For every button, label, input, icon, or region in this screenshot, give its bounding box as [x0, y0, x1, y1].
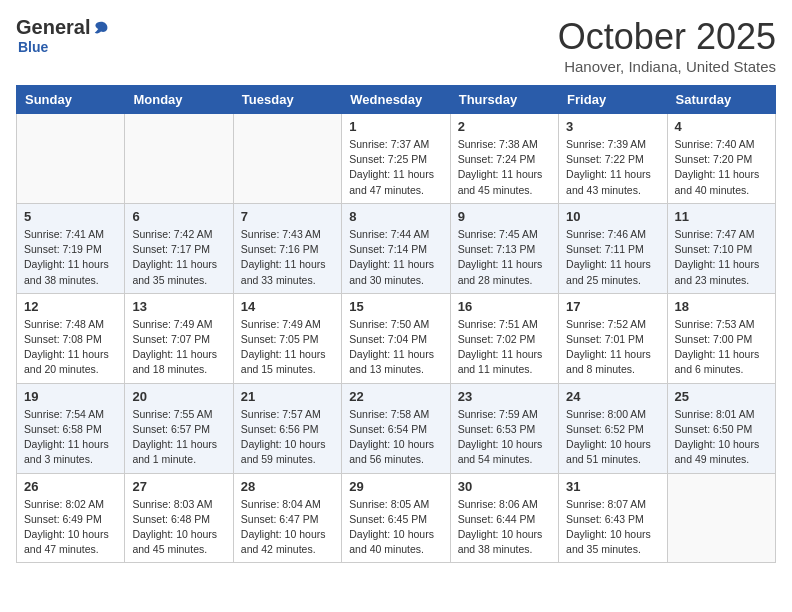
calendar-cell: 26Sunrise: 8:02 AM Sunset: 6:49 PM Dayli… — [17, 473, 125, 563]
day-number: 14 — [241, 299, 334, 314]
day-number: 1 — [349, 119, 442, 134]
day-info: Sunrise: 7:53 AM Sunset: 7:00 PM Dayligh… — [675, 317, 768, 378]
calendar-cell: 30Sunrise: 8:06 AM Sunset: 6:44 PM Dayli… — [450, 473, 558, 563]
calendar-cell: 22Sunrise: 7:58 AM Sunset: 6:54 PM Dayli… — [342, 383, 450, 473]
calendar-cell — [233, 114, 341, 204]
weekday-header-monday: Monday — [125, 86, 233, 114]
calendar-cell: 29Sunrise: 8:05 AM Sunset: 6:45 PM Dayli… — [342, 473, 450, 563]
calendar-cell: 10Sunrise: 7:46 AM Sunset: 7:11 PM Dayli… — [559, 203, 667, 293]
day-info: Sunrise: 7:51 AM Sunset: 7:02 PM Dayligh… — [458, 317, 551, 378]
calendar-cell: 15Sunrise: 7:50 AM Sunset: 7:04 PM Dayli… — [342, 293, 450, 383]
day-info: Sunrise: 7:40 AM Sunset: 7:20 PM Dayligh… — [675, 137, 768, 198]
day-number: 23 — [458, 389, 551, 404]
calendar-cell: 1Sunrise: 7:37 AM Sunset: 7:25 PM Daylig… — [342, 114, 450, 204]
calendar-cell: 6Sunrise: 7:42 AM Sunset: 7:17 PM Daylig… — [125, 203, 233, 293]
day-number: 10 — [566, 209, 659, 224]
calendar-cell: 20Sunrise: 7:55 AM Sunset: 6:57 PM Dayli… — [125, 383, 233, 473]
day-info: Sunrise: 8:00 AM Sunset: 6:52 PM Dayligh… — [566, 407, 659, 468]
day-number: 30 — [458, 479, 551, 494]
day-info: Sunrise: 7:52 AM Sunset: 7:01 PM Dayligh… — [566, 317, 659, 378]
day-info: Sunrise: 7:54 AM Sunset: 6:58 PM Dayligh… — [24, 407, 117, 468]
calendar-cell: 19Sunrise: 7:54 AM Sunset: 6:58 PM Dayli… — [17, 383, 125, 473]
calendar-cell: 25Sunrise: 8:01 AM Sunset: 6:50 PM Dayli… — [667, 383, 775, 473]
weekday-header-wednesday: Wednesday — [342, 86, 450, 114]
day-number: 6 — [132, 209, 225, 224]
day-number: 28 — [241, 479, 334, 494]
day-info: Sunrise: 8:04 AM Sunset: 6:47 PM Dayligh… — [241, 497, 334, 558]
day-info: Sunrise: 7:59 AM Sunset: 6:53 PM Dayligh… — [458, 407, 551, 468]
day-number: 2 — [458, 119, 551, 134]
day-number: 31 — [566, 479, 659, 494]
day-number: 26 — [24, 479, 117, 494]
calendar-cell: 21Sunrise: 7:57 AM Sunset: 6:56 PM Dayli… — [233, 383, 341, 473]
calendar-cell: 5Sunrise: 7:41 AM Sunset: 7:19 PM Daylig… — [17, 203, 125, 293]
weekday-header-thursday: Thursday — [450, 86, 558, 114]
day-number: 7 — [241, 209, 334, 224]
calendar-cell — [17, 114, 125, 204]
day-number: 4 — [675, 119, 768, 134]
day-info: Sunrise: 7:46 AM Sunset: 7:11 PM Dayligh… — [566, 227, 659, 288]
calendar-cell: 2Sunrise: 7:38 AM Sunset: 7:24 PM Daylig… — [450, 114, 558, 204]
calendar-cell: 11Sunrise: 7:47 AM Sunset: 7:10 PM Dayli… — [667, 203, 775, 293]
calendar-week-row: 26Sunrise: 8:02 AM Sunset: 6:49 PM Dayli… — [17, 473, 776, 563]
day-info: Sunrise: 7:42 AM Sunset: 7:17 PM Dayligh… — [132, 227, 225, 288]
calendar-table: SundayMondayTuesdayWednesdayThursdayFrid… — [16, 85, 776, 563]
day-number: 29 — [349, 479, 442, 494]
calendar-cell: 4Sunrise: 7:40 AM Sunset: 7:20 PM Daylig… — [667, 114, 775, 204]
calendar-cell: 17Sunrise: 7:52 AM Sunset: 7:01 PM Dayli… — [559, 293, 667, 383]
logo-general: General — [16, 16, 90, 39]
day-info: Sunrise: 8:01 AM Sunset: 6:50 PM Dayligh… — [675, 407, 768, 468]
logo-blue-text: Blue — [18, 39, 48, 55]
page-header: General Blue October 2025 Hanover, India… — [16, 16, 776, 75]
calendar-week-row: 12Sunrise: 7:48 AM Sunset: 7:08 PM Dayli… — [17, 293, 776, 383]
day-number: 25 — [675, 389, 768, 404]
day-info: Sunrise: 8:03 AM Sunset: 6:48 PM Dayligh… — [132, 497, 225, 558]
day-number: 3 — [566, 119, 659, 134]
calendar-cell: 28Sunrise: 8:04 AM Sunset: 6:47 PM Dayli… — [233, 473, 341, 563]
weekday-header-tuesday: Tuesday — [233, 86, 341, 114]
day-number: 18 — [675, 299, 768, 314]
day-info: Sunrise: 7:50 AM Sunset: 7:04 PM Dayligh… — [349, 317, 442, 378]
day-number: 19 — [24, 389, 117, 404]
day-info: Sunrise: 7:47 AM Sunset: 7:10 PM Dayligh… — [675, 227, 768, 288]
calendar-cell: 8Sunrise: 7:44 AM Sunset: 7:14 PM Daylig… — [342, 203, 450, 293]
weekday-header-friday: Friday — [559, 86, 667, 114]
day-info: Sunrise: 7:44 AM Sunset: 7:14 PM Dayligh… — [349, 227, 442, 288]
day-number: 12 — [24, 299, 117, 314]
month-title: October 2025 — [558, 16, 776, 58]
location-subtitle: Hanover, Indiana, United States — [558, 58, 776, 75]
calendar-cell: 16Sunrise: 7:51 AM Sunset: 7:02 PM Dayli… — [450, 293, 558, 383]
calendar-cell: 18Sunrise: 7:53 AM Sunset: 7:00 PM Dayli… — [667, 293, 775, 383]
day-info: Sunrise: 7:37 AM Sunset: 7:25 PM Dayligh… — [349, 137, 442, 198]
day-info: Sunrise: 7:38 AM Sunset: 7:24 PM Dayligh… — [458, 137, 551, 198]
day-info: Sunrise: 8:02 AM Sunset: 6:49 PM Dayligh… — [24, 497, 117, 558]
day-info: Sunrise: 7:45 AM Sunset: 7:13 PM Dayligh… — [458, 227, 551, 288]
logo: General Blue — [16, 16, 110, 55]
day-number: 16 — [458, 299, 551, 314]
day-number: 13 — [132, 299, 225, 314]
day-number: 22 — [349, 389, 442, 404]
day-number: 24 — [566, 389, 659, 404]
calendar-week-row: 19Sunrise: 7:54 AM Sunset: 6:58 PM Dayli… — [17, 383, 776, 473]
day-number: 20 — [132, 389, 225, 404]
day-number: 15 — [349, 299, 442, 314]
calendar-cell: 24Sunrise: 8:00 AM Sunset: 6:52 PM Dayli… — [559, 383, 667, 473]
calendar-cell: 14Sunrise: 7:49 AM Sunset: 7:05 PM Dayli… — [233, 293, 341, 383]
calendar-cell: 12Sunrise: 7:48 AM Sunset: 7:08 PM Dayli… — [17, 293, 125, 383]
day-number: 17 — [566, 299, 659, 314]
day-info: Sunrise: 7:41 AM Sunset: 7:19 PM Dayligh… — [24, 227, 117, 288]
calendar-cell: 27Sunrise: 8:03 AM Sunset: 6:48 PM Dayli… — [125, 473, 233, 563]
day-info: Sunrise: 7:49 AM Sunset: 7:05 PM Dayligh… — [241, 317, 334, 378]
calendar-week-row: 5Sunrise: 7:41 AM Sunset: 7:19 PM Daylig… — [17, 203, 776, 293]
calendar-cell: 9Sunrise: 7:45 AM Sunset: 7:13 PM Daylig… — [450, 203, 558, 293]
day-number: 21 — [241, 389, 334, 404]
day-info: Sunrise: 7:58 AM Sunset: 6:54 PM Dayligh… — [349, 407, 442, 468]
calendar-cell: 3Sunrise: 7:39 AM Sunset: 7:22 PM Daylig… — [559, 114, 667, 204]
day-number: 27 — [132, 479, 225, 494]
calendar-cell: 7Sunrise: 7:43 AM Sunset: 7:16 PM Daylig… — [233, 203, 341, 293]
title-block: October 2025 Hanover, Indiana, United St… — [558, 16, 776, 75]
day-number: 9 — [458, 209, 551, 224]
day-info: Sunrise: 7:39 AM Sunset: 7:22 PM Dayligh… — [566, 137, 659, 198]
day-number: 11 — [675, 209, 768, 224]
logo-bird-icon — [92, 19, 110, 37]
